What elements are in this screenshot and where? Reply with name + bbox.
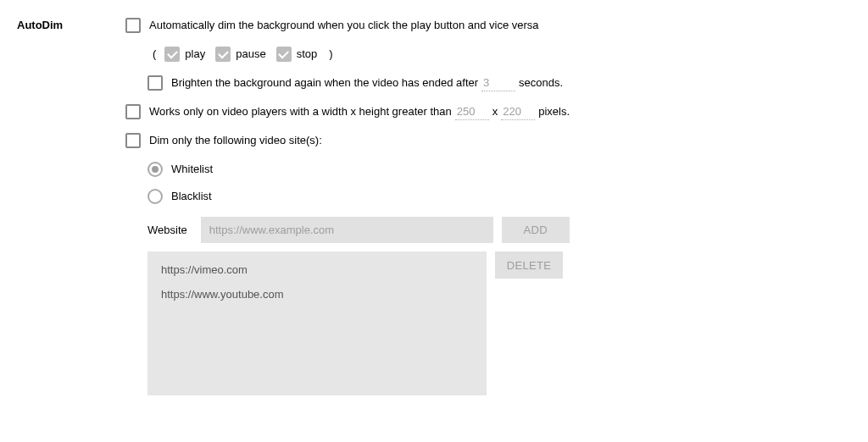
- list-item[interactable]: https://vimeo.com: [161, 263, 473, 276]
- play-checkbox[interactable]: [164, 47, 180, 62]
- blacklist-label: Blacklist: [171, 188, 212, 205]
- size-filter-checkbox[interactable]: [125, 104, 141, 119]
- delete-button[interactable]: DELETE: [495, 251, 563, 279]
- site-list[interactable]: https://vimeo.com https://www.youtube.co…: [147, 251, 487, 395]
- stop-checkbox[interactable]: [276, 47, 292, 62]
- add-button[interactable]: ADD: [502, 217, 570, 243]
- paren-close: ): [329, 46, 332, 63]
- website-label: Website: [147, 217, 192, 243]
- brighten-checkbox[interactable]: [147, 75, 163, 91]
- blacklist-radio[interactable]: [147, 189, 163, 204]
- content: Automatically dim the background when yo…: [125, 17, 851, 395]
- site-filter-label: Dim only the following video site(s):: [149, 132, 322, 149]
- site-filter-checkbox[interactable]: [125, 133, 141, 148]
- paren-open: (: [153, 46, 156, 63]
- height-input[interactable]: [501, 103, 535, 120]
- whitelist-label: Whitelist: [171, 161, 213, 178]
- website-input[interactable]: [201, 217, 493, 243]
- size-filter-label-after: pixels.: [538, 103, 570, 120]
- brighten-seconds-input[interactable]: [481, 75, 515, 91]
- x-label: x: [492, 103, 498, 120]
- size-filter-label-before: Works only on video players with a width…: [149, 103, 452, 120]
- whitelist-radio[interactable]: [147, 162, 163, 177]
- auto-dim-checkbox[interactable]: [125, 18, 141, 33]
- brighten-label-after: seconds.: [519, 75, 563, 91]
- pause-label: pause: [236, 46, 265, 63]
- stop-label: stop: [297, 46, 318, 63]
- play-label: play: [185, 46, 205, 63]
- width-input[interactable]: [455, 103, 489, 120]
- list-item[interactable]: https://www.youtube.com: [161, 288, 473, 301]
- brighten-label-before: Brighten the background again when the v…: [171, 75, 478, 91]
- pause-checkbox[interactable]: [215, 47, 231, 62]
- auto-dim-label: Automatically dim the background when yo…: [149, 17, 539, 34]
- section-title: AutoDim: [17, 17, 125, 395]
